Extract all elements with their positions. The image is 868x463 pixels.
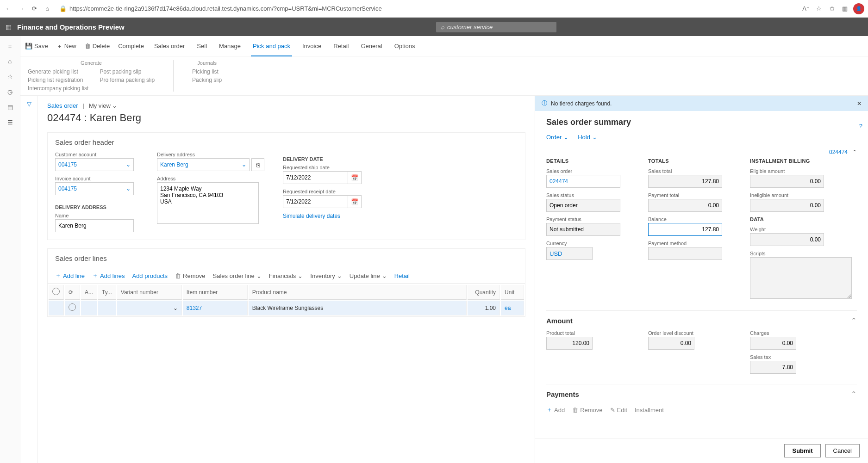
address-action-icon[interactable]: ⎘: [251, 158, 264, 171]
col-a[interactable]: A...: [81, 285, 97, 300]
weight-field: [750, 233, 824, 246]
tab-retail[interactable]: Retail: [331, 43, 350, 49]
unit-cell[interactable]: ea: [501, 301, 524, 315]
req-receipt-input[interactable]: [283, 195, 348, 208]
picking-list-registration[interactable]: Picking list registration: [28, 77, 88, 83]
menu-icon[interactable]: ≡: [8, 43, 12, 49]
tab-sales-order[interactable]: Sales order: [152, 43, 187, 49]
row-checkbox[interactable]: [69, 303, 76, 311]
my-view-dropdown[interactable]: My view ⌄: [89, 102, 118, 109]
calendar-icon[interactable]: 📅: [348, 195, 362, 208]
sales-order-label: Sales order: [546, 168, 630, 174]
text-size-icon[interactable]: A⁺: [801, 4, 811, 13]
payment-edit-button[interactable]: ✎ Edit: [610, 406, 627, 414]
tab-manage[interactable]: Manage: [217, 43, 243, 49]
order-number-link[interactable]: 024474: [829, 149, 848, 155]
cancel-button[interactable]: Cancel: [825, 444, 860, 457]
home-icon[interactable]: ⌂: [43, 4, 52, 13]
select-all-checkbox[interactable]: [52, 288, 60, 295]
sales-order-line-menu[interactable]: Sales order line ⌄: [213, 272, 262, 279]
tab-invoice[interactable]: Invoice: [300, 43, 323, 49]
favorites-icon[interactable]: ✩: [827, 4, 837, 13]
new-button[interactable]: ＋New: [56, 42, 76, 50]
recent-icon[interactable]: ◷: [7, 88, 12, 95]
home-rail-icon[interactable]: ⌂: [8, 58, 12, 65]
col-unit[interactable]: Unit: [501, 285, 524, 300]
workspace-icon[interactable]: ▤: [7, 104, 13, 111]
sales-tax-field: [750, 361, 796, 374]
add-products-button[interactable]: Add products: [132, 272, 168, 279]
payment-installment-button[interactable]: Installment: [635, 406, 664, 414]
col-item-number[interactable]: Item number: [183, 285, 248, 300]
tab-general[interactable]: General: [359, 43, 384, 49]
pro-forma-packing-slip[interactable]: Pro forma packing slip: [100, 77, 155, 83]
payment-total-label: Payment total: [648, 192, 731, 198]
update-line-menu[interactable]: Update line ⌄: [350, 272, 387, 279]
refresh-icon[interactable]: ⟳: [30, 4, 39, 13]
add-lines-button[interactable]: ＋ Add lines: [92, 272, 125, 280]
amount-section-head[interactable]: Amount⌃: [546, 310, 857, 330]
star-icon[interactable]: ☆: [814, 4, 824, 13]
col-product-name[interactable]: Product name: [249, 285, 467, 300]
journal-picking-list[interactable]: Picking list: [192, 68, 222, 75]
retail-menu[interactable]: Retail: [394, 272, 410, 279]
simulate-delivery-link[interactable]: Simulate delivery dates: [283, 213, 366, 219]
req-ship-input[interactable]: [283, 171, 348, 184]
list-icon[interactable]: ☰: [7, 119, 13, 126]
sales-total-field: [648, 175, 722, 188]
tab-pick-and-pack[interactable]: Pick and pack: [251, 36, 292, 56]
complete-button[interactable]: Complete: [118, 43, 144, 49]
chevron-down-icon[interactable]: ⌄: [173, 305, 178, 311]
order-menu[interactable]: Order ⌄: [546, 134, 568, 141]
inventory-menu[interactable]: Inventory ⌄: [310, 272, 342, 279]
address-bar[interactable]: 🔒 https://comme2e-tie-ring2a9136f7d174e8…: [56, 5, 798, 12]
payments-section-head[interactable]: Payments⌃: [546, 384, 857, 404]
waffle-icon[interactable]: ▦: [6, 23, 12, 31]
item-number-cell[interactable]: 81327: [183, 301, 248, 315]
close-info-icon[interactable]: ✕: [857, 100, 862, 107]
post-packing-slip[interactable]: Post packing slip: [100, 68, 155, 75]
scripts-textarea[interactable]: [750, 257, 852, 299]
collapse-icon[interactable]: ⌃: [852, 149, 857, 155]
collections-icon[interactable]: ▥: [840, 4, 849, 13]
search-box[interactable]: ⌕ customer service: [436, 22, 556, 32]
invoice-account-dropdown[interactable]: 004175⌄: [55, 182, 134, 195]
col-quantity[interactable]: Quantity: [468, 285, 500, 300]
sales-order-field[interactable]: [546, 175, 620, 188]
name-input[interactable]: [55, 219, 134, 232]
remove-line-button[interactable]: 🗑 Remove: [175, 272, 205, 279]
payment-add-button[interactable]: ＋ Add: [546, 406, 565, 414]
star-rail-icon[interactable]: ☆: [7, 73, 13, 80]
filter-icon[interactable]: ▽: [20, 100, 37, 107]
table-row[interactable]: ⌄ 81327 Black Wireframe Sunglasses 1.00 …: [49, 301, 524, 315]
delete-button[interactable]: 🗑Delete: [85, 43, 110, 49]
quantity-cell: 1.00: [468, 301, 500, 315]
generate-picking-list[interactable]: Generate picking list: [28, 68, 88, 75]
payment-remove-button[interactable]: 🗑 Remove: [572, 406, 602, 414]
intercompany-picking-list[interactable]: Intercompany picking list: [28, 85, 88, 92]
tab-options[interactable]: Options: [393, 43, 417, 49]
col-type[interactable]: Ty...: [98, 285, 116, 300]
back-icon[interactable]: ←: [4, 4, 13, 13]
breadcrumb-sales-order[interactable]: Sales order: [47, 102, 78, 109]
delivery-address-dropdown[interactable]: Karen Berg⌄: [157, 158, 250, 171]
customer-account-label: Customer account: [55, 152, 138, 157]
refresh-col-icon[interactable]: ⟳: [65, 285, 80, 300]
financials-menu[interactable]: Financials ⌄: [269, 272, 303, 279]
address-textarea[interactable]: 1234 Maple Way San Francisco, CA 94103 U…: [157, 182, 259, 224]
add-line-button[interactable]: ＋ Add line: [55, 272, 85, 280]
forward-icon[interactable]: →: [17, 4, 26, 13]
balance-field[interactable]: [648, 223, 722, 236]
tab-sell[interactable]: Sell: [195, 43, 209, 49]
hold-menu[interactable]: Hold ⌄: [578, 134, 597, 141]
col-variant[interactable]: Variant number: [117, 285, 182, 300]
submit-button[interactable]: Submit: [784, 444, 820, 457]
save-button[interactable]: 💾Save: [25, 43, 48, 49]
chevron-up-icon: ⌃: [851, 390, 857, 398]
payment-method-field: [648, 247, 722, 260]
profile-avatar[interactable]: 👤: [853, 3, 864, 14]
calendar-icon[interactable]: 📅: [348, 171, 362, 184]
journal-packing-slip[interactable]: Packing slip: [192, 77, 222, 83]
customer-account-dropdown[interactable]: 004175⌄: [55, 158, 134, 171]
help-icon[interactable]: ?: [859, 123, 862, 130]
